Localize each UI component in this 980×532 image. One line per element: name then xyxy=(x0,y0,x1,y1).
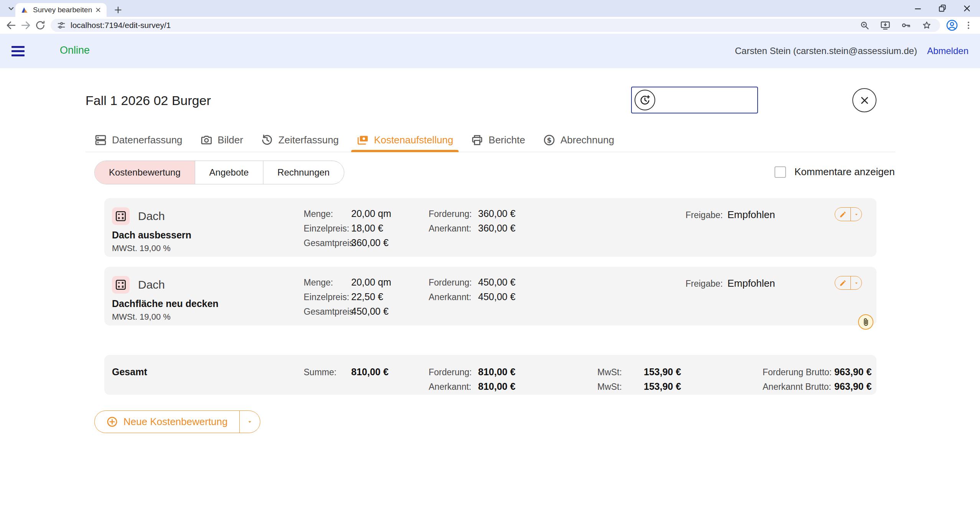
anerkannt-value: 450,00 € xyxy=(478,291,515,302)
item-vat: MWSt. 19,00 % xyxy=(112,243,191,253)
forderung-value: 450,00 € xyxy=(478,277,515,288)
subtab-kostenbewertung[interactable]: Kostenbewertung xyxy=(95,161,195,184)
gesamtpreis-label: Gesamtpreis: xyxy=(304,238,351,248)
summary-card: Gesamt Summe:810,00 € Forderung:810,00 €… xyxy=(104,355,876,395)
summary-title: Gesamt xyxy=(112,366,147,378)
tab-label: Zeiterfassung xyxy=(278,134,339,146)
survey-action-box[interactable] xyxy=(631,87,758,113)
summe-value: 810,00 € xyxy=(351,366,388,378)
summe-label: Summe: xyxy=(304,367,351,378)
tab-close-icon[interactable] xyxy=(94,5,103,15)
dollar-circle-icon: $ xyxy=(543,134,556,146)
close-icon xyxy=(859,95,870,106)
item-claim-block: Forderung:450,00 € Anerkannt:450,00 € xyxy=(429,277,515,306)
freigabe-value: Empfohlen xyxy=(727,277,775,289)
install-icon[interactable] xyxy=(880,20,891,31)
tab-datenerfassung[interactable]: Datenerfassung xyxy=(86,128,191,152)
browser-tab-title: Survey bearbeiten xyxy=(33,6,94,14)
einzelpreis-value: 22,50 € xyxy=(351,291,383,302)
browser-profile-avatar[interactable] xyxy=(945,19,959,32)
attachment-button[interactable] xyxy=(858,314,873,330)
back-icon[interactable] xyxy=(4,18,18,33)
forderung-label: Forderung: xyxy=(429,277,478,288)
item-release-block: Freigabe: Empfohlen xyxy=(686,209,775,221)
main-tabs: Datenerfassung Bilder Zeiterfassung Kost… xyxy=(86,128,895,152)
freigabe-label: Freigabe: xyxy=(686,279,723,289)
subtab-angebote[interactable]: Angebote xyxy=(195,161,263,184)
subtab-rechnungen[interactable]: Rechnungen xyxy=(263,161,344,184)
tab-kostenaufstellung[interactable]: Kostenaufstellung xyxy=(348,128,462,152)
close-survey-button[interactable] xyxy=(852,88,876,112)
zoom-icon[interactable] xyxy=(859,20,870,31)
forward-icon[interactable] xyxy=(18,18,33,33)
anerkannt-brutto-label: Anerkannt Brutto: xyxy=(763,382,834,392)
item-identity: Dach Dach ausbessern MWSt. 19,00 % xyxy=(112,207,191,253)
window-restore-icon[interactable] xyxy=(936,2,949,15)
anerkannt-brutto-value: 963,90 € xyxy=(834,381,871,392)
tab-zeiterfassung[interactable]: Zeiterfassung xyxy=(252,128,348,152)
mwst-label: MwSt: xyxy=(597,367,644,378)
app-header: Online Carsten Stein (carsten.stein@asse… xyxy=(0,34,980,68)
refresh-plus-button[interactable] xyxy=(635,90,655,110)
anerkannt-value: 360,00 € xyxy=(478,223,515,234)
summary-claim-block: Forderung:810,00 € Anerkannt:810,00 € xyxy=(429,366,515,396)
new-cost-caret-down-icon[interactable] xyxy=(239,411,260,433)
comments-checkbox-label: Kommentare anzeigen xyxy=(794,166,895,178)
window-close-icon[interactable] xyxy=(960,2,974,15)
menge-value: 20,00 qm xyxy=(351,277,391,288)
edit-pencil-icon[interactable] xyxy=(835,276,850,289)
freigabe-label: Freigabe: xyxy=(686,210,723,220)
online-status: Online xyxy=(60,44,90,56)
edit-caret-down-icon[interactable] xyxy=(850,208,862,221)
plus-circle-icon xyxy=(106,416,118,428)
comments-checkbox[interactable] xyxy=(774,166,786,178)
item-quantity-block: Menge:20,00 qm Einzelpreis:18,00 € Gesam… xyxy=(304,208,391,252)
einzelpreis-label: Einzelpreis: xyxy=(304,223,351,234)
url-text[interactable]: localhost:7194/edit-survey/1 xyxy=(71,21,859,30)
window-controls xyxy=(911,2,974,15)
star-icon[interactable] xyxy=(921,20,932,31)
cost-item-card: Dach Dachfläche neu decken MWSt. 19,00 %… xyxy=(104,267,876,325)
key-icon[interactable] xyxy=(900,20,912,31)
browser-tab[interactable]: Survey bearbeiten xyxy=(15,3,107,17)
new-cost-evaluation-button[interactable]: Neue Kostenbewertung xyxy=(95,411,239,433)
cost-item-card: Dach Dach ausbessern MWSt. 19,00 % Menge… xyxy=(104,198,876,257)
calculator-icon xyxy=(112,207,130,225)
kebab-menu-icon[interactable] xyxy=(962,19,975,31)
forderung-brutto-value: 963,90 € xyxy=(834,366,871,378)
tab-bilder[interactable]: Bilder xyxy=(191,128,252,152)
einzelpreis-value: 18,00 € xyxy=(351,223,383,234)
address-bar-actions xyxy=(859,20,932,31)
menge-label: Menge: xyxy=(304,277,351,288)
window-minimize-icon[interactable] xyxy=(911,2,925,15)
item-title: Dach ausbessern xyxy=(112,230,191,241)
logout-link[interactable]: Abmelden xyxy=(927,46,968,56)
tab-label: Kostenaufstellung xyxy=(374,134,454,146)
edit-split-button[interactable] xyxy=(835,276,862,290)
payments-icon xyxy=(357,134,369,146)
mwst-anerkannt-value: 153,90 € xyxy=(644,381,681,392)
new-tab-button[interactable] xyxy=(112,4,124,16)
forderung-total: 810,00 € xyxy=(478,366,515,378)
site-info-icon[interactable] xyxy=(56,20,67,31)
item-vat: MWSt. 19,00 % xyxy=(112,312,219,322)
reload-icon[interactable] xyxy=(33,18,48,33)
tab-label: Bilder xyxy=(218,134,243,146)
favicon-icon xyxy=(21,6,28,14)
item-identity: Dach Dachfläche neu decken MWSt. 19,00 % xyxy=(112,276,219,322)
address-bar[interactable]: localhost:7194/edit-survey/1 xyxy=(51,19,940,32)
edit-split-button[interactable] xyxy=(835,207,862,221)
tab-label: Datenerfassung xyxy=(112,134,183,146)
tab-abrechnung[interactable]: $ Abrechnung xyxy=(534,128,623,152)
hamburger-menu-icon[interactable] xyxy=(12,43,27,59)
edit-pencil-icon[interactable] xyxy=(835,208,850,221)
item-release-block: Freigabe: Empfohlen xyxy=(686,277,775,289)
menge-label: Menge: xyxy=(304,209,351,219)
gesamtpreis-label: Gesamtpreis: xyxy=(304,307,351,317)
anerkannt-label: Anerkannt: xyxy=(429,223,478,234)
browser-tabstrip: Survey bearbeiten xyxy=(0,0,980,17)
tab-berichte[interactable]: Berichte xyxy=(462,128,534,152)
browser-toolbar: localhost:7194/edit-survey/1 xyxy=(0,17,980,34)
anerkannt-label: Anerkannt: xyxy=(429,382,478,392)
edit-caret-down-icon[interactable] xyxy=(850,276,862,289)
